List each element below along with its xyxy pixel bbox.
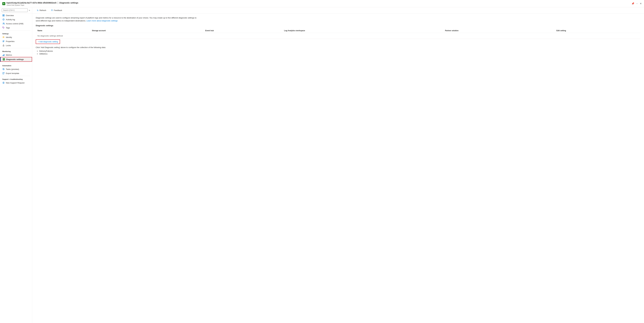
diagnostic-settings-icon [3,58,5,61]
empty-message: No diagnostic settings defined [36,33,640,39]
col-loganalytics: Log Analytics workspace [282,29,443,33]
sidebar: « Overview Activity log [0,7,32,323]
page-content: Diagnostic settings are used to configur… [32,14,644,58]
data-types-list: DeliveryFailures AllMetrics [36,50,640,55]
locks-label: Locks [6,44,11,47]
monitoring-divider [2,48,30,48]
new-support-request-label: New Support Request [6,82,24,84]
main-content: ↻ Refresh Feedback Diagnostic settings a… [32,7,644,323]
export-template-label: Export template [6,72,19,74]
collapse-icon[interactable]: « [28,9,30,12]
sidebar-item-identity[interactable]: Identity [0,35,32,39]
sidebar-item-locks[interactable]: Locks [0,43,32,48]
svg-rect-14 [3,42,4,42]
metrics-label: Metrics [6,54,12,56]
title-bar: topic01stg-811a624a-8a77-437e-89de-dfeb5… [0,0,644,7]
support-divider [2,76,30,76]
settings-section: Settings [0,31,32,35]
close-icon[interactable]: ✕ [640,2,642,5]
col-eventhub: Event hub [204,29,282,33]
svg-rect-6 [3,16,3,16]
refresh-icon: ↻ [37,9,39,12]
tasks-label: Tasks (preview) [6,68,19,70]
svg-point-10 [4,23,4,24]
svg-rect-19 [4,54,4,56]
svg-point-29 [3,82,4,83]
svg-rect-1 [3,3,3,4]
diagnostic-settings-table: Name Storage account Event hub Log Analy… [36,29,640,39]
sidebar-item-overview[interactable]: Overview [0,13,32,18]
list-item-all-metrics: AllMetrics [39,53,640,55]
svg-rect-5 [4,15,4,15]
refresh-button[interactable]: ↻ Refresh [36,9,48,12]
col-edit: Edit setting [555,29,640,33]
monitoring-section: Monitoring [0,49,32,53]
sidebar-item-diagnostic-settings[interactable]: Diagnostic settings [0,57,32,62]
overview-label: Overview [6,14,14,17]
settings-divider [2,30,30,31]
svg-rect-18 [3,55,4,56]
title-bar-actions: 📌 ··· ✕ [632,2,642,5]
support-request-icon [2,82,5,84]
table-empty-row: No diagnostic settings defined [36,33,640,39]
info-text: Click 'Add Diagnostic setting' above to … [36,46,640,49]
toolbar: ↻ Refresh Feedback [32,7,644,14]
feedback-label: Feedback [54,9,62,12]
tags-label: Tags [6,27,10,29]
sidebar-item-metrics[interactable]: Metrics [0,53,32,57]
activity-log-label: Activity log [6,19,15,21]
sidebar-search-container: « [0,7,32,13]
pin-icon[interactable]: 📌 [632,2,634,5]
sidebar-item-export-template[interactable]: Export template [0,71,32,75]
svg-point-30 [52,10,52,10]
support-section: Support + troubleshooting [0,77,32,81]
learn-more-link[interactable]: Learn more about diagnostic settings [86,20,118,22]
svg-rect-2 [4,3,4,4]
diagnostic-settings-label: Diagnostic settings [6,58,24,61]
svg-rect-17 [3,55,3,56]
list-item-delivery-failures: DeliveryFailures [39,50,640,53]
svg-rect-12 [3,41,4,41]
sidebar-item-tags[interactable]: Tags [0,26,32,30]
sidebar-item-tasks[interactable]: Tasks (preview) [0,67,32,71]
svg-rect-21 [3,59,3,60]
svg-rect-23 [4,59,4,60]
export-template-icon [2,72,5,74]
feedback-button[interactable]: Feedback [50,9,64,12]
automation-section: Automation [0,63,32,67]
svg-point-16 [3,46,4,46]
metrics-icon [2,54,5,56]
sidebar-item-support-request[interactable]: New Support Request [0,81,32,85]
section-title: Diagnostic settings [36,25,640,27]
tasks-icon [2,68,5,70]
svg-rect-13 [3,41,4,42]
properties-label: Properties [6,40,14,43]
resource-icon [2,2,5,5]
search-input[interactable] [2,9,28,12]
svg-point-9 [3,23,4,24]
svg-point-11 [3,27,3,27]
more-options-icon[interactable]: ··· [636,2,638,5]
svg-rect-22 [4,59,4,60]
resource-name-text: topic01stg-811a624a-8a77-437e-89de-dfeb5… [6,1,78,6]
tags-icon [2,27,5,29]
add-diagnostic-setting-button[interactable]: + Add diagnostic setting [36,39,60,44]
locks-icon [2,44,5,47]
feedback-icon [51,9,53,12]
svg-rect-4 [3,15,3,15]
sidebar-item-activity-log[interactable]: Activity log [0,18,32,22]
properties-icon [2,40,5,43]
col-partner: Partner solution [443,29,554,33]
access-control-label: Access control (IAM) [6,23,24,25]
overview-icon [2,14,5,17]
description-text: Diagnostic settings are used to configur… [36,17,197,22]
sidebar-item-access-control[interactable]: Access control (IAM) [0,22,32,26]
svg-rect-7 [4,16,4,16]
svg-rect-3 [4,3,4,4]
sidebar-item-properties[interactable]: Properties [0,39,32,43]
col-name: Name [36,29,90,33]
iam-icon [2,23,5,25]
identity-label: Identity [6,36,12,38]
col-storage: Storage account [90,29,204,33]
activity-log-icon [2,18,5,21]
